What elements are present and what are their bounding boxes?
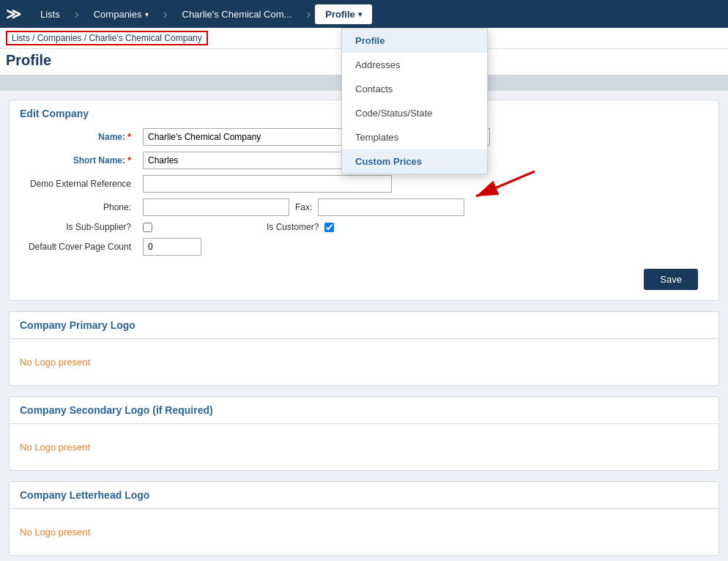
primary-logo-card: Company Primary Logo No Logo present <box>9 311 719 386</box>
companies-chevron-icon: ▾ <box>145 10 149 18</box>
fax-input[interactable] <box>318 198 464 216</box>
phone-label: Phone: <box>20 202 137 212</box>
dropdown-item-addresses[interactable]: Addresses <box>342 53 487 77</box>
dropdown-item-templates[interactable]: Templates <box>342 125 487 149</box>
demo-row: Demo External Reference <box>20 175 708 193</box>
profile-dropdown-menu: Profile Addresses Contacts Code/Status/S… <box>341 28 488 174</box>
letterhead-logo-body: No Logo present <box>10 509 718 555</box>
nav-sep-2: › <box>163 7 168 22</box>
letterhead-logo-header: Company Letterhead Logo <box>10 482 718 509</box>
nav-companies[interactable]: Companies ▾ <box>83 4 159 24</box>
nav-profile[interactable]: Profile ▾ <box>315 4 371 24</box>
cover-page-input[interactable] <box>143 238 201 256</box>
primary-logo-header: Company Primary Logo <box>10 312 718 339</box>
dropdown-item-custom-prices[interactable]: Custom Prices <box>342 149 487 174</box>
secondary-logo-header: Company Secondary Logo (if Required) <box>10 397 718 424</box>
app-logo: ≫ <box>6 5 21 23</box>
is-customer-label: Is Customer? <box>267 222 319 232</box>
sub-supplier-checkbox[interactable] <box>143 223 152 232</box>
nav-sep-1: › <box>75 7 79 22</box>
cover-page-row: Default Cover Page Count <box>20 238 708 256</box>
letterhead-logo-card: Company Letterhead Logo No Logo present <box>9 481 719 556</box>
supplier-customer-row: Is Sub-Supplier? Is Customer? <box>20 222 708 232</box>
secondary-logo-card: Company Secondary Logo (if Required) No … <box>9 396 719 471</box>
phone-fax-row: Phone: Fax: <box>20 198 708 216</box>
top-navigation: ≫ Lists › Companies ▾ › Charlie's Chemic… <box>0 0 728 28</box>
secondary-no-logo-text: No Logo present <box>20 434 708 460</box>
profile-chevron-icon: ▾ <box>358 10 362 18</box>
primary-logo-body: No Logo present <box>10 339 718 385</box>
save-row: Save <box>20 261 708 290</box>
demo-input[interactable] <box>143 175 392 193</box>
fax-label: Fax: <box>295 202 312 212</box>
is-customer-checkbox[interactable] <box>324 223 334 232</box>
name-label: Name: <box>20 132 137 142</box>
dropdown-item-code-status-state[interactable]: Code/Status/State <box>342 101 487 125</box>
nav-lists[interactable]: Lists <box>30 4 70 24</box>
dropdown-item-profile[interactable]: Profile <box>342 29 487 53</box>
secondary-logo-body: No Logo present <box>10 424 718 470</box>
dropdown-item-contacts[interactable]: Contacts <box>342 77 487 101</box>
phone-input[interactable] <box>143 198 289 216</box>
short-name-label: Short Name: <box>20 155 137 166</box>
nav-sep-3: › <box>306 7 311 22</box>
primary-no-logo-text: No Logo present <box>20 349 708 375</box>
demo-label: Demo External Reference <box>20 179 137 189</box>
sub-supplier-label: Is Sub-Supplier? <box>20 222 137 232</box>
cover-page-label: Default Cover Page Count <box>20 242 137 252</box>
nav-company-name[interactable]: Charlie's Chemical Com... <box>172 4 302 24</box>
letterhead-no-logo-text: No Logo present <box>20 519 708 545</box>
save-button[interactable]: Save <box>644 269 698 290</box>
breadcrumb: Lists / Companies / Charlie's Chemical C… <box>6 31 208 45</box>
